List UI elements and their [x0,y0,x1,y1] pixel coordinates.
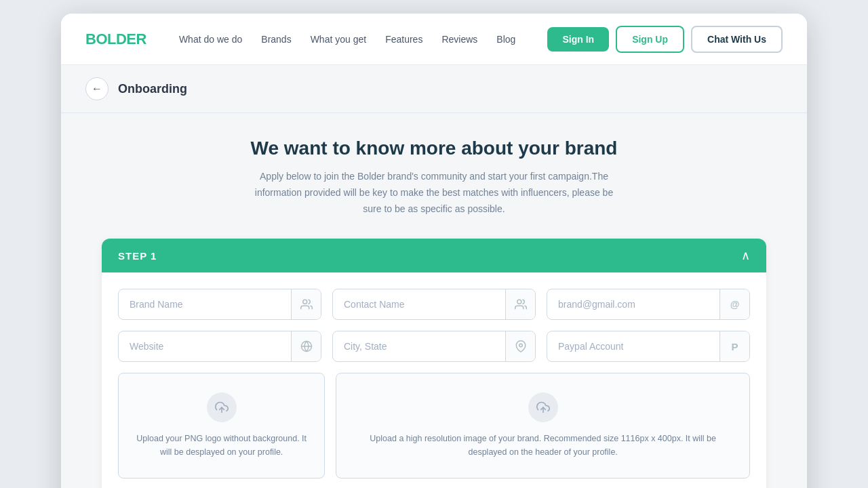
step-body: @ [102,272,766,488]
logo-dark: BOLD [85,30,126,47]
svg-point-1 [517,300,521,304]
chat-button[interactable]: Chat With Us [691,26,783,53]
form-row-1: @ [118,289,750,320]
upload-logo-text: Upload your PNG logo without background.… [132,432,311,459]
step-collapse-icon[interactable]: ∧ [741,248,750,263]
back-button[interactable]: ← [85,77,108,100]
upload-banner-area[interactable]: Upload a high resolution image of your b… [336,373,750,479]
upload-banner-icon [528,392,558,422]
brand-name-input[interactable] [119,289,291,319]
back-icon: ← [92,83,102,95]
page-subtitle: Apply below to join the Bolder brand's c… [251,169,617,217]
contact-name-field [332,289,536,320]
nav-blog[interactable]: Blog [496,34,515,45]
email-icon: @ [719,289,749,319]
page-title: We want to know more about your brand [102,138,766,159]
nav-links: What do we do Brands What you get Featur… [179,34,548,45]
breadcrumb-bar: ← Onboarding [61,65,807,113]
upload-banner-text: Upload a high resolution image of your b… [350,432,736,459]
brand-name-icon [291,289,321,319]
upload-row: Upload your PNG logo without background.… [118,373,750,479]
website-icon [291,331,321,361]
logo-accent: E [126,30,136,47]
nav-what-you-get[interactable]: What you get [311,34,367,45]
upload-logo-icon [207,392,237,422]
nav-actions: Sign In Sign Up Chat With Us [547,26,783,53]
contact-name-icon [505,289,535,319]
email-input[interactable] [547,289,719,319]
step-header: STEP 1 ∧ [102,239,766,272]
nav-what-do-we-do[interactable]: What do we do [179,34,242,45]
svg-point-0 [302,300,307,304]
city-state-field [332,331,536,362]
brand-name-field [118,289,321,320]
website-input[interactable] [119,331,291,361]
logo: BOLDER [85,30,146,48]
upload-logo-area[interactable]: Upload your PNG logo without background.… [118,373,325,479]
email-field: @ [547,289,750,320]
page-heading: We want to know more about your brand Ap… [102,138,766,217]
breadcrumb-title: Onboarding [118,82,187,96]
paypal-icon: P [719,331,749,361]
paypal-field: P [547,331,750,362]
svg-point-4 [519,344,522,348]
main-content: We want to know more about your brand Ap… [61,113,807,488]
step-card: STEP 1 ∧ [102,239,766,488]
nav-features[interactable]: Features [385,34,422,45]
sign-up-button[interactable]: Sign Up [616,26,684,53]
location-icon [505,331,535,361]
contact-name-input[interactable] [333,289,505,319]
paypal-input[interactable] [547,331,719,361]
logo-r: R [136,30,146,47]
city-state-input[interactable] [333,331,505,361]
navbar: BOLDER What do we do Brands What you get… [61,14,807,65]
step-label: STEP 1 [118,250,157,262]
sign-in-button[interactable]: Sign In [547,27,609,52]
nav-reviews[interactable]: Reviews [441,34,477,45]
nav-brands[interactable]: Brands [261,34,291,45]
website-field [118,331,321,362]
form-row-2: P [118,331,750,362]
